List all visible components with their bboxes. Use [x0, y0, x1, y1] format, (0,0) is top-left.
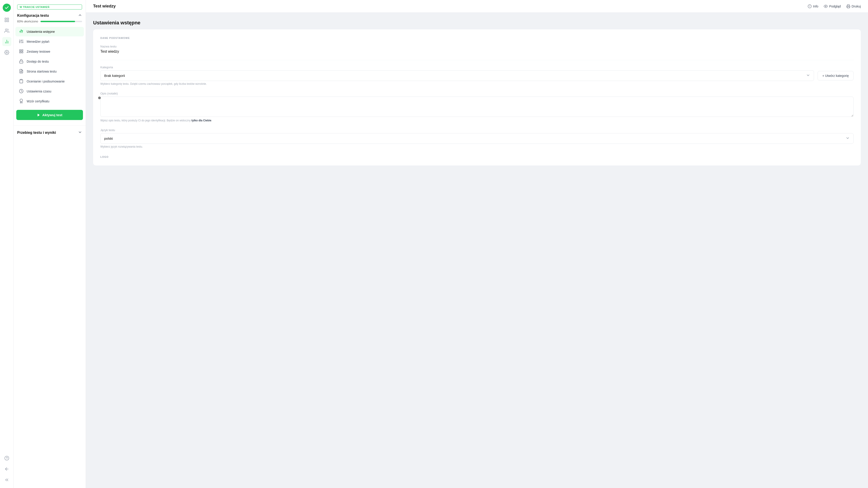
- konfiguracja-section-header: Konfiguracja testu: [13, 13, 86, 18]
- svg-rect-2: [5, 20, 6, 22]
- sidebar: W TRAKCIE USTAWIEŃ Konfiguracja testu 83…: [13, 0, 86, 488]
- info-button[interactable]: Info: [808, 4, 818, 8]
- activate-btn-label: Aktywuj test: [42, 113, 62, 117]
- svg-point-36: [20, 99, 23, 102]
- jezyk-field: Język testu polski Wybierz język rozwiąz…: [100, 128, 854, 148]
- nav-label-zestawy: Zestawy testowe: [27, 50, 50, 53]
- svg-rect-34: [21, 79, 22, 80]
- nav-item-menedzer-pytan[interactable]: Menedżer pytań: [16, 37, 84, 46]
- award-icon: [19, 99, 24, 104]
- kategoria-hint: Wybierz kategorię testu. Dzięki czemu za…: [100, 82, 854, 86]
- category-chevron-icon: [806, 73, 810, 78]
- category-value: Brak kategorii: [104, 74, 125, 78]
- opis-field: Opis (notatki) Wpisz opis testu, który p…: [100, 92, 854, 122]
- create-category-button[interactable]: + Utwórz kategorię: [817, 71, 854, 81]
- preview-button[interactable]: Podgląd: [824, 4, 841, 8]
- nazwa-testu-value: Test wiedzy: [100, 50, 854, 54]
- file-text-icon: [19, 69, 24, 74]
- svg-point-8: [6, 52, 7, 53]
- nav-item-zestawy-testowe[interactable]: Zestawy testowe: [16, 47, 84, 56]
- progress-label: 83% ukończono: [17, 20, 38, 23]
- jezyk-label: Język testu: [100, 128, 854, 132]
- create-category-label: + Utwórz kategorię: [822, 74, 849, 78]
- rail-icon-users[interactable]: [2, 26, 11, 35]
- content-card: DANE PODSTAWOWE Nazwa testu Test wiedzy …: [93, 29, 861, 165]
- svg-rect-31: [20, 61, 23, 63]
- preview-label: Podgląd: [829, 4, 841, 8]
- nazwa-testu-label: Nazwa testu: [100, 45, 854, 48]
- topbar: Test wiedzy Info Podgląd: [86, 0, 868, 13]
- language-chevron-icon: [846, 136, 850, 141]
- lock-icon: [19, 59, 24, 64]
- rail-icon-help[interactable]: [2, 454, 11, 463]
- nav-label-certyfikat: Wzór certyfikatu: [27, 99, 49, 103]
- svg-rect-0: [5, 18, 6, 20]
- settings-sliders-icon: [19, 29, 24, 34]
- clock-icon: [19, 89, 24, 94]
- rail-icon-grid[interactable]: [2, 16, 11, 24]
- opis-hint-end: .: [211, 119, 212, 122]
- przebieg-section-header[interactable]: Przebieg testu i wyniki: [13, 127, 86, 138]
- svg-rect-30: [22, 52, 23, 53]
- rail-icon-collapse[interactable]: [2, 475, 11, 484]
- nav-item-wzor-certyfikatu[interactable]: Wzór certyfikatu: [16, 96, 84, 106]
- przebieg-chevron-icon: [78, 130, 82, 135]
- opis-hint: Wpisz opis testu, który posłuży Ci do je…: [100, 119, 854, 122]
- nav-label-czas: Ustawienia czasu: [27, 90, 51, 93]
- nav-item-strona-startowa[interactable]: Strona startowa testu: [16, 67, 84, 76]
- activate-button[interactable]: Aktywuj test: [16, 110, 83, 120]
- nav-label-ocenianie: Ocenianie i podsumowanie: [27, 80, 65, 83]
- print-label: Drukuj: [852, 4, 861, 8]
- grid-icon: [19, 49, 24, 54]
- page-title: Ustawienia wstępne: [93, 20, 861, 26]
- rail-icon-settings[interactable]: [2, 48, 11, 57]
- svg-point-4: [5, 29, 7, 31]
- language-value: polski: [104, 136, 113, 140]
- nav-label-menedzer: Menedżer pytań: [27, 40, 49, 43]
- svg-rect-42: [847, 6, 849, 8]
- nav-label-ustawienia: Ustawienia wstępne: [27, 30, 55, 33]
- rail-icon-back[interactable]: [2, 464, 11, 474]
- print-button[interactable]: Drukuj: [846, 4, 861, 8]
- svg-rect-27: [20, 50, 21, 51]
- konfiguracja-chevron-icon[interactable]: [78, 13, 82, 18]
- kategoria-hint-text: Wybierz kategorię testu. Dzięki czemu za…: [100, 82, 207, 86]
- nav-label-strona-startowa: Strona startowa testu: [27, 70, 57, 73]
- progress-row: 83% ukończono: [13, 20, 86, 23]
- page-heading-row: Ustawienia wstępne: [93, 20, 861, 29]
- rail-icon-analytics[interactable]: [2, 37, 11, 46]
- status-badge: W TRAKCIE USTAWIEŃ: [17, 4, 82, 9]
- language-select[interactable]: polski: [100, 133, 854, 144]
- app-logo[interactable]: [3, 4, 11, 12]
- opis-hint-bold: tylko dla Ciebie: [191, 119, 211, 122]
- topbar-actions: Info Podgląd Drukuj: [808, 4, 861, 8]
- svg-rect-1: [7, 18, 8, 20]
- opis-textarea[interactable]: [100, 96, 854, 117]
- main-content: Test wiedzy Info Podgląd: [86, 0, 868, 488]
- logo-section-label: LOGO: [100, 155, 854, 158]
- nav-item-dostep[interactable]: Dostęp do testu: [16, 57, 84, 66]
- opis-hint-normal: Wpisz opis testu, który posłuży Ci do je…: [100, 119, 191, 122]
- svg-rect-28: [22, 50, 23, 51]
- svg-rect-29: [20, 52, 21, 53]
- kategoria-label: Kategoria: [100, 65, 854, 69]
- przebieg-title: Przebieg testu i wyniki: [17, 131, 56, 135]
- icon-rail: [0, 0, 13, 488]
- nav-item-ocenianie[interactable]: Ocenianie i podsumowanie: [16, 77, 84, 86]
- svg-point-41: [825, 6, 827, 7]
- nav-item-ustawienia-czasu[interactable]: Ustawienia czasu: [16, 87, 84, 96]
- sliders-icon: [19, 39, 24, 44]
- nav-item-ustawienia-wstepne[interactable]: Ustawienia wstępne: [16, 27, 84, 36]
- topbar-title: Test wiedzy: [93, 4, 116, 8]
- category-row: Brak kategorii + Utwórz kategorię: [100, 70, 854, 81]
- jezyk-hint: Wybierz język rozwiązywania testu.: [100, 145, 854, 148]
- konfiguracja-title: Konfiguracja testu: [17, 13, 49, 18]
- progress-fill: [40, 21, 75, 22]
- content-area: Ustawienia wstępne DANE PODSTAWOWE Nazwa…: [86, 13, 868, 488]
- svg-rect-3: [7, 20, 8, 22]
- kategoria-field: Kategoria Brak kategorii + Utwórz kateg: [100, 65, 854, 86]
- category-select[interactable]: Brak kategorii: [100, 70, 814, 81]
- nav-label-dostep: Dostęp do testu: [27, 60, 49, 63]
- svg-marker-37: [38, 114, 40, 116]
- sidebar-divider: [13, 125, 86, 126]
